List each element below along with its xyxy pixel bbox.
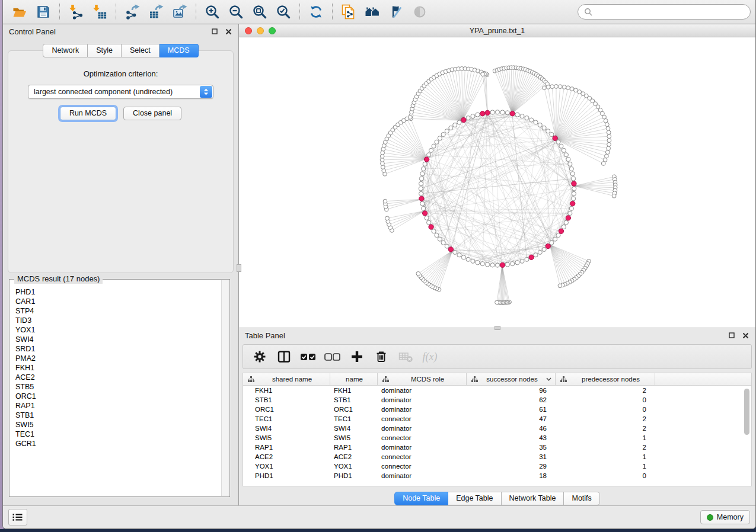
table-row[interactable]: ACE2ACE2connector311 [243,452,751,462]
save-session-button[interactable] [31,2,55,21]
column-label: MCDS role [411,376,444,383]
tab-network[interactable]: Network [43,44,88,57]
function-builder-button[interactable]: f(x) [420,347,439,366]
attribute-icon [471,376,478,382]
table-tabs: Node TableEdge TableNetwork TableMotifs [239,492,755,505]
cell-shared-name: STB1 [243,396,330,403]
deselect-all-rows-button[interactable] [323,347,342,366]
close-panel-button[interactable]: Close panel [123,107,181,120]
mcds-result-item[interactable]: SWI5 [15,420,221,430]
mcds-result-item[interactable]: TID3 [15,316,221,325]
close-window-button[interactable] [245,27,252,34]
toggle-column-layout-button[interactable] [275,347,294,366]
delete-selected-button[interactable] [372,347,391,366]
close-table-panel-icon[interactable] [741,331,749,339]
minimize-window-button[interactable] [257,27,264,34]
select-all-rows-button[interactable] [299,347,318,366]
network-canvas[interactable] [239,38,755,328]
control-panel-tabs: NetworkStyleSelectMCDS [3,44,238,57]
tab-style[interactable]: Style [88,44,122,57]
mcds-result-item[interactable]: GCR1 [15,439,221,448]
vertical-splitter-handle[interactable] [237,264,241,272]
attribute-icon [248,376,254,382]
criterion-select[interactable]: largest connected component (undirected) [28,85,213,99]
mcds-result-item[interactable]: ACE2 [15,373,221,382]
settings-button[interactable] [250,347,269,366]
import-table-button[interactable] [88,2,111,21]
column-header-successor-nodes[interactable]: successor nodes [467,373,556,385]
cell-successor-nodes: 29 [467,463,556,470]
mcds-result-item[interactable]: PHD1 [15,287,221,297]
close-panel-icon[interactable] [224,27,232,36]
export-image-button[interactable] [168,2,192,21]
mcds-result-item[interactable]: STB5 [15,382,221,392]
float-panel-icon[interactable] [210,27,219,36]
tab-mcds[interactable]: MCDS [160,44,199,57]
first-neighbors-button[interactable] [361,2,384,21]
column-header-predecessor-nodes[interactable]: predecessor nodes [556,373,655,385]
cell-predecessor-nodes: 0 [556,406,655,413]
status-bar: Memory [3,505,755,528]
tab-node-table[interactable]: Node Table [394,492,448,505]
mcds-result-item[interactable]: TEC1 [15,430,221,439]
tab-network-table[interactable]: Network Table [502,492,564,505]
table-row[interactable]: PHD1PHD1dominator180 [243,471,751,480]
refresh-button[interactable] [304,2,328,21]
mcds-result-item[interactable]: SWI4 [15,335,221,344]
column-header-shared-name[interactable]: shared name [243,373,330,385]
zoom-selected-button[interactable] [272,2,295,21]
table-scrollbar-thumb[interactable] [744,389,749,435]
float-table-panel-icon[interactable] [728,331,736,339]
table-row[interactable]: FKH1FKH1dominator962 [243,386,751,395]
optimization-criterion-label: Optimization criterion: [8,69,233,78]
mcds-result-item[interactable]: STP4 [15,306,221,316]
mcds-result-item[interactable]: YOX1 [15,325,221,335]
cell-successor-nodes: 35 [467,444,556,451]
cell-successor-nodes: 31 [467,453,556,460]
table-row[interactable]: RAP1RAP1dominator352 [243,443,751,452]
horizontal-splitter-handle[interactable] [495,326,500,330]
table-scrollbar[interactable] [744,387,750,482]
zoom-fit-button[interactable] [248,2,272,21]
table-row[interactable]: TEC1TEC1connector472 [243,414,751,424]
table-row[interactable]: SWI4SWI4dominator462 [243,424,751,433]
memory-button[interactable]: Memory [700,510,750,524]
mcds-result-item[interactable]: ORC1 [15,392,221,401]
tab-edge-table[interactable]: Edge Table [448,492,501,505]
table-row[interactable]: ORC1ORC1dominator610 [243,405,751,414]
clone-network-button[interactable] [337,2,361,21]
cell-shared-name: RAP1 [243,444,330,451]
zoom-out-button[interactable] [224,2,248,21]
mcds-result-item[interactable]: STB1 [15,411,221,420]
mcds-result-item[interactable]: SRD1 [15,344,221,354]
table-row[interactable]: SWI5SWI5connector431 [243,433,751,443]
show-graphics-details-button[interactable] [408,2,432,21]
tab-select[interactable]: Select [122,44,160,57]
destroy-table-button[interactable] [396,347,415,366]
automation-panel-button[interactable] [8,509,27,525]
mcds-result-item[interactable]: RAP1 [15,401,221,411]
search-input[interactable] [596,8,744,16]
import-network-button[interactable] [64,2,88,21]
mcds-list-scrollbar[interactable] [221,280,229,496]
export-network-button[interactable] [120,2,144,21]
cell-shared-name: TEC1 [243,415,330,422]
add-column-button[interactable] [347,347,366,366]
mcds-result-item[interactable]: CAR1 [15,297,221,306]
clone-network-icon [341,4,356,20]
table-body: FKH1FKH1dominator962STB1STB1dominator620… [243,386,751,480]
mcds-result-item[interactable]: PMA2 [15,354,221,363]
export-table-button[interactable] [144,2,168,21]
zoom-in-button[interactable] [200,2,224,21]
run-mcds-button[interactable]: Run MCDS [60,107,116,120]
hide-graphics-details-button[interactable] [384,2,408,21]
zoom-window-button[interactable] [269,27,276,34]
cell-predecessor-nodes: 0 [556,396,655,403]
column-header-MCDS-role[interactable]: MCDS role [378,373,467,385]
tab-motifs[interactable]: Motifs [564,492,599,505]
open-file-button[interactable] [8,2,31,21]
table-row[interactable]: STB1STB1dominator620 [243,395,751,405]
table-row[interactable]: YOX1YOX1connector291 [243,462,751,471]
column-header-name[interactable]: name [330,373,378,385]
mcds-result-item[interactable]: FKH1 [15,363,221,373]
